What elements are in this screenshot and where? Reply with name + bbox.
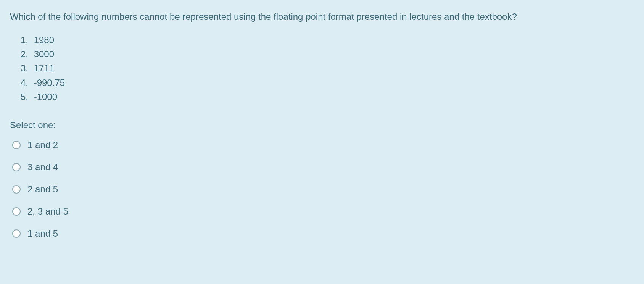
list-item: 1. 1980 bbox=[21, 33, 634, 47]
list-value: 3000 bbox=[34, 49, 54, 59]
list-index: 4. bbox=[21, 76, 31, 90]
list-index: 3. bbox=[21, 61, 31, 75]
list-index: 1. bbox=[21, 33, 31, 47]
list-value: -1000 bbox=[34, 92, 57, 102]
option-row[interactable]: 1 and 5 bbox=[12, 227, 634, 240]
option-label: 3 and 4 bbox=[27, 160, 58, 174]
list-item: 4. -990.75 bbox=[21, 76, 634, 90]
number-list: 1. 1980 2. 3000 3. 1711 4. -990.75 5. -1… bbox=[10, 33, 634, 104]
radio-input[interactable] bbox=[12, 141, 21, 149]
option-label: 1 and 5 bbox=[27, 227, 58, 240]
radio-input[interactable] bbox=[12, 163, 21, 171]
question-text: Which of the following numbers cannot be… bbox=[10, 10, 634, 24]
option-row[interactable]: 2, 3 and 5 bbox=[12, 205, 634, 218]
option-label: 2 and 5 bbox=[27, 182, 58, 196]
list-item: 5. -1000 bbox=[21, 90, 634, 104]
list-value: 1711 bbox=[34, 63, 54, 73]
option-row[interactable]: 2 and 5 bbox=[12, 182, 634, 196]
list-index: 5. bbox=[21, 90, 31, 104]
select-prompt: Select one: bbox=[10, 118, 634, 132]
option-label: 1 and 2 bbox=[27, 138, 58, 152]
radio-input[interactable] bbox=[12, 207, 21, 216]
list-item: 3. 1711 bbox=[21, 61, 634, 75]
list-value: 1980 bbox=[34, 35, 54, 45]
radio-input[interactable] bbox=[12, 185, 21, 194]
radio-input[interactable] bbox=[12, 229, 21, 238]
list-value: -990.75 bbox=[34, 77, 65, 88]
option-label: 2, 3 and 5 bbox=[27, 205, 68, 218]
list-index: 2. bbox=[21, 47, 31, 61]
list-item: 2. 3000 bbox=[21, 47, 634, 61]
option-row[interactable]: 3 and 4 bbox=[12, 160, 634, 174]
option-row[interactable]: 1 and 2 bbox=[12, 138, 634, 152]
options-group: 1 and 2 3 and 4 2 and 5 2, 3 and 5 1 and… bbox=[10, 138, 634, 240]
